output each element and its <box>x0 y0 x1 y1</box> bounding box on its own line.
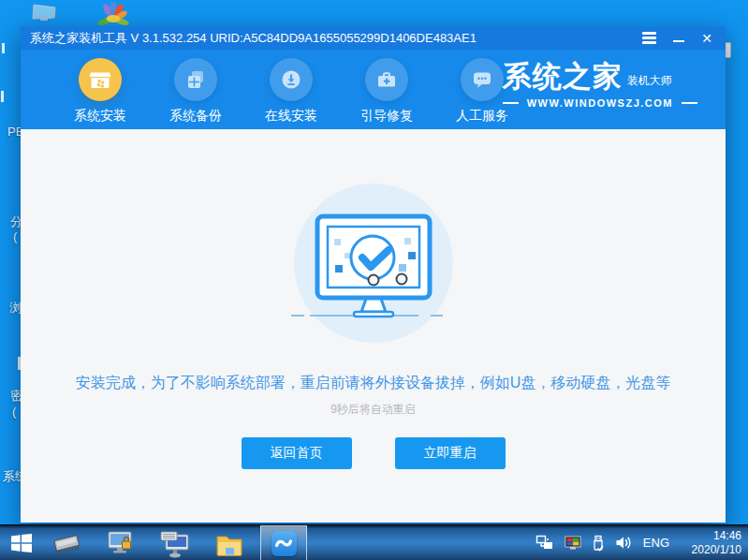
install-complete-message: 安装完成，为了不影响系统部署，重启前请将外接设备拔掉，例如U盘，移动硬盘，光盘等 <box>21 374 726 393</box>
backup-copies-icon <box>174 58 217 101</box>
nav-item-online-install[interactable]: 在线安装 <box>243 58 339 125</box>
monitor-lock-icon <box>105 530 137 558</box>
language-indicator[interactable]: ENG <box>643 536 669 550</box>
nav-label: 引导修复 <box>360 108 413 125</box>
toolbox-repair-icon <box>365 58 408 101</box>
nav-item-system-backup[interactable]: 系统备份 <box>148 58 243 125</box>
logo-dash <box>503 102 519 104</box>
folder-icon <box>214 532 244 558</box>
clock-time: 14:46 <box>680 529 741 543</box>
action-buttons: 返回首页 立即重启 <box>21 437 726 469</box>
nav-item-system-install[interactable]: 系统安装 <box>52 58 148 125</box>
window-title: 系统之家装机工具 V 3.1.532.254 URID:A5C84DD9A165… <box>30 30 477 47</box>
nav-label: 系统备份 <box>169 108 222 125</box>
brand-logo: 系统之家 装机大师 WWW.WINDOWSZJ.COM <box>503 62 697 109</box>
taskbar-ram-tool[interactable] <box>51 528 82 558</box>
desktop-label-paren: ( <box>13 229 17 243</box>
main-content: 安装完成，为了不影响系统部署，重启前请将外接设备拔掉，例如U盘，移动硬盘，光盘等… <box>21 129 726 523</box>
ram-chip-icon <box>51 530 82 558</box>
display-color-icon[interactable] <box>565 536 581 551</box>
logo-dash <box>682 102 697 104</box>
desktop-label-paren2: ( <box>12 405 16 419</box>
titlebar[interactable]: 系统之家装机工具 V 3.1.532.254 URID:A5C84DD9A165… <box>21 26 726 50</box>
network-icon[interactable] <box>535 535 554 551</box>
taskbar-file-explorer[interactable] <box>213 528 245 558</box>
taskbar-active-app[interactable] <box>260 525 307 560</box>
desktop-icon-fragment <box>2 43 5 53</box>
minimize-icon[interactable] <box>673 40 684 43</box>
brand-subtitle: 装机大师 <box>627 73 672 89</box>
restart-now-button[interactable]: 立即重启 <box>395 437 506 469</box>
nav-label: 系统安装 <box>74 108 126 125</box>
app-swoosh-icon <box>271 531 297 556</box>
nav-label: 人工服务 <box>456 108 508 125</box>
brand-site: WWW.WINDOWSZJ.COM <box>527 97 673 109</box>
download-circle-icon <box>270 58 313 101</box>
brand-name: 系统之家 <box>503 62 623 91</box>
nav-bar: 系统安装 系统备份 <box>21 50 726 129</box>
clock-date: 2020/1/10 <box>680 543 741 557</box>
taskbar: ENG 14:46 2020/1/10 <box>0 524 748 560</box>
monitor-keyboard-icon <box>159 530 191 558</box>
windows-start-icon <box>10 534 33 553</box>
install-box-icon <box>79 58 122 101</box>
home-button[interactable]: 返回首页 <box>242 437 352 469</box>
taskbar-clock[interactable]: 14:46 2020/1/10 <box>680 529 741 557</box>
desktop-icon-fragment <box>1 91 4 102</box>
hamburger-menu-icon[interactable] <box>642 32 656 44</box>
system-tray: ENG 14:46 2020/1/10 <box>535 529 748 557</box>
chat-service-icon <box>461 58 504 101</box>
taskbar-partition-tool[interactable] <box>105 528 137 558</box>
desktop-screen: PE 分 ( 浏 密 ( 系统 系统之家装机工具 V 3.1.532.254 U… <box>0 0 748 560</box>
close-icon[interactable]: ✕ <box>701 32 712 45</box>
installer-window: 系统之家装机工具 V 3.1.532.254 URID:A5C84DD9A165… <box>21 26 726 523</box>
success-monitor-illustration <box>275 181 472 347</box>
restart-countdown: 9秒后将自动重启 <box>21 402 726 418</box>
desktop-this-pc-icon[interactable] <box>31 2 59 27</box>
nav-item-boot-repair[interactable]: 引导修复 <box>339 58 434 125</box>
windows-start-button[interactable] <box>0 525 43 560</box>
speaker-icon[interactable] <box>615 536 633 550</box>
taskbar-keyboard-tool[interactable] <box>159 528 191 558</box>
usb-icon[interactable] <box>592 535 605 552</box>
nav-label: 在线安装 <box>265 108 317 125</box>
